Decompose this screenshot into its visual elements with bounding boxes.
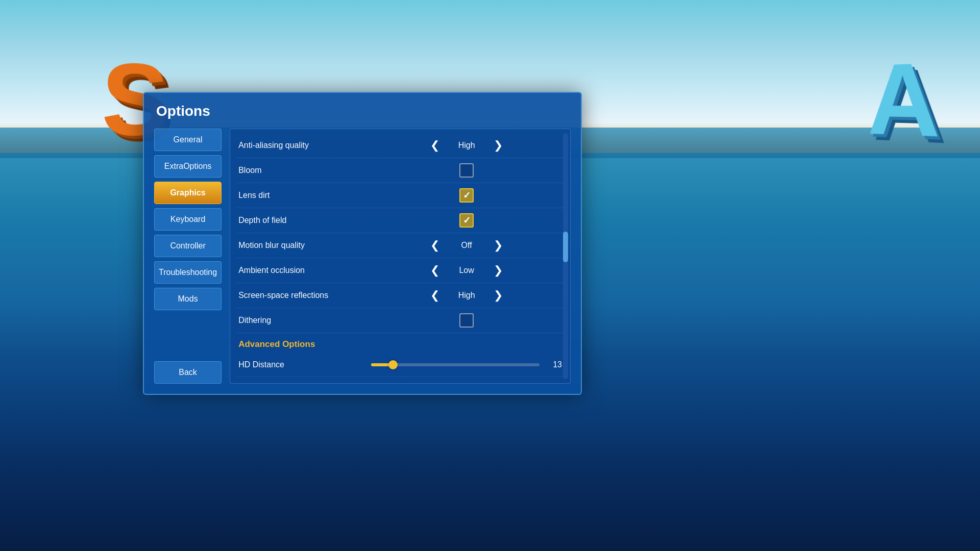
depth-of-field-checkbox[interactable]: [459, 213, 474, 228]
dithering-control: [371, 313, 562, 328]
scrollbar-thumb[interactable]: [563, 232, 568, 262]
screen-space-reflections-next[interactable]: ❯: [491, 288, 505, 303]
scrollbar[interactable]: [563, 133, 568, 379]
anti-aliasing-value: High: [446, 141, 487, 150]
dithering-label: Dithering: [238, 316, 371, 325]
screen-space-reflections-label: Screen-space reflections: [238, 291, 371, 300]
dialog-body: General ExtraOptions Graphics Keyboard C…: [154, 129, 571, 384]
setting-hd-distance: HD Distance 13: [236, 353, 564, 377]
hd-distance-control: 13: [371, 360, 562, 369]
dithering-checkbox[interactable]: [459, 313, 474, 328]
setting-depth-of-field: Depth of field: [236, 208, 564, 233]
ambient-occlusion-next[interactable]: ❯: [491, 263, 505, 278]
motion-blur-control: ❮ Off ❯: [371, 238, 562, 253]
nav-graphics[interactable]: Graphics: [154, 182, 222, 204]
setting-dithering: Dithering: [236, 308, 564, 333]
motion-blur-next[interactable]: ❯: [491, 238, 505, 253]
setting-anti-aliasing: Anti-aliasing quality ❮ High ❯: [236, 133, 564, 158]
hd-distance-track[interactable]: [371, 363, 540, 366]
depth-of-field-control: [371, 213, 562, 228]
anti-aliasing-prev[interactable]: ❮: [428, 138, 442, 153]
motion-blur-label: Motion blur quality: [238, 241, 371, 250]
motion-blur-value: Off: [446, 241, 487, 250]
settings-list: Anti-aliasing quality ❮ High ❯ Bloom: [236, 133, 564, 384]
setting-screen-space-reflections: Screen-space reflections ❮ High ❯: [236, 283, 564, 308]
advanced-options-header: Advanced Options: [236, 333, 564, 353]
setting-lens-dirt: Lens dirt: [236, 183, 564, 208]
screen-space-reflections-prev[interactable]: ❮: [428, 288, 442, 303]
anti-aliasing-selector: ❮ High ❯: [371, 138, 562, 153]
content-panel: Anti-aliasing quality ❮ High ❯ Bloom: [230, 129, 571, 384]
nav-mods[interactable]: Mods: [154, 288, 222, 310]
setting-ambient-occlusion: Ambient occlusion ❮ Low ❯: [236, 258, 564, 283]
anti-aliasing-next[interactable]: ❯: [491, 138, 505, 153]
ambient-occlusion-control: ❮ Low ❯: [371, 263, 562, 278]
nav-general[interactable]: General: [154, 129, 222, 151]
nav-panel: General ExtraOptions Graphics Keyboard C…: [154, 129, 222, 384]
setting-underwater-range: Underwater Range 20: [236, 377, 564, 384]
nav-keyboard[interactable]: Keyboard: [154, 208, 222, 231]
hd-distance-slider-row: 13: [371, 360, 562, 369]
options-dialog: Options General ExtraOptions Graphics Ke…: [143, 92, 582, 395]
logo-letter-a: A: [868, 38, 940, 161]
ambient-occlusion-selector: ❮ Low ❯: [371, 263, 562, 278]
setting-bloom: Bloom: [236, 158, 564, 183]
depth-of-field-label: Depth of field: [238, 216, 371, 225]
anti-aliasing-label: Anti-aliasing quality: [238, 141, 371, 150]
nav-extra-options[interactable]: ExtraOptions: [154, 155, 222, 178]
nav-buttons: General ExtraOptions Graphics Keyboard C…: [154, 129, 222, 310]
back-button[interactable]: Back: [154, 361, 222, 384]
screen-space-reflections-control: ❮ High ❯: [371, 288, 562, 303]
screen-space-reflections-value: High: [446, 291, 487, 300]
motion-blur-selector: ❮ Off ❯: [371, 238, 562, 253]
hd-distance-label: HD Distance: [238, 360, 371, 369]
lens-dirt-label: Lens dirt: [238, 191, 371, 200]
setting-motion-blur: Motion blur quality ❮ Off ❯: [236, 233, 564, 258]
bloom-control: [371, 163, 562, 178]
nav-troubleshooting[interactable]: Troubleshooting: [154, 261, 222, 284]
hd-distance-value: 13: [544, 360, 562, 369]
lens-dirt-checkbox[interactable]: [459, 188, 474, 203]
anti-aliasing-control: ❮ High ❯: [371, 138, 562, 153]
ambient-occlusion-label: Ambient occlusion: [238, 266, 371, 275]
ambient-occlusion-prev[interactable]: ❮: [428, 263, 442, 278]
ambient-occlusion-value: Low: [446, 266, 487, 275]
lens-dirt-control: [371, 188, 562, 203]
screen-space-reflections-selector: ❮ High ❯: [371, 288, 562, 303]
nav-controller[interactable]: Controller: [154, 235, 222, 257]
hd-distance-thumb[interactable]: [388, 360, 398, 369]
dialog-title: Options: [154, 103, 571, 119]
motion-blur-prev[interactable]: ❮: [428, 238, 442, 253]
bloom-label: Bloom: [238, 166, 371, 175]
bloom-checkbox[interactable]: [459, 163, 474, 178]
